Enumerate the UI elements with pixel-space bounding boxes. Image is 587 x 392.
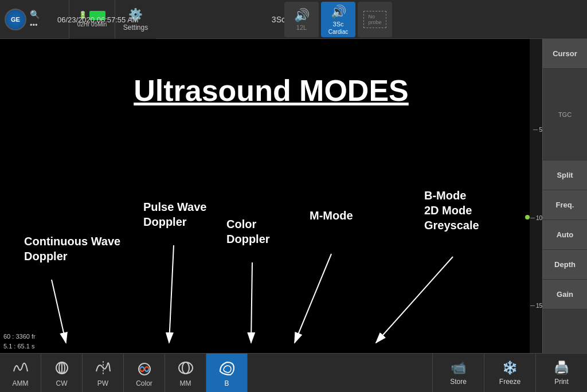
b-icon [218, 359, 236, 377]
print-label: Print [554, 378, 569, 386]
bottom-info: 60 : 3360 fr 5.1 : 65.1 s [3, 332, 36, 351]
mode-btn-b[interactable]: B [206, 354, 248, 393]
scale-indicator-dot [525, 215, 530, 219]
menu-icon[interactable]: ••• [30, 21, 40, 29]
noprobe-label: Noprobe [368, 14, 381, 25]
scale-ruler: 5 10 15 [530, 39, 542, 353]
settings-label: Settings [123, 23, 148, 32]
pw-icon [94, 359, 112, 377]
pw-label: PW [97, 379, 108, 387]
cw-icon [53, 359, 71, 377]
mode-btn-amm[interactable]: AMM [0, 354, 41, 393]
ge-logo: GE [5, 9, 26, 30]
probe-selector-area: 🔊 12L 🔊 3Sc Cardiac Noprobe [284, 0, 392, 39]
svg-line-1 [52, 280, 66, 343]
probe-3sc-sublabel: Cardiac [328, 29, 348, 35]
scale-mark-15: 15 [530, 303, 542, 309]
freeze-icon: ❄️ [502, 360, 518, 375]
svg-line-3 [251, 262, 252, 343]
cw-label: CW [56, 379, 68, 387]
scale-line-10 [530, 218, 535, 218]
print-icon: 🖨️ [554, 360, 569, 375]
b-label: B-Mode2D ModeGreyscale [424, 188, 479, 233]
mm-icon [177, 359, 195, 377]
freeze-button[interactable]: ❄️ Freeze [484, 354, 535, 393]
color-label: Color [136, 379, 152, 387]
freq-button[interactable]: Freq. [543, 190, 588, 220]
main-area: Ultrasound MODES Continuous WaveDoppler … [0, 39, 587, 353]
color-label: ColorDoppler [226, 217, 270, 246]
scale-mark-5: 5 [533, 127, 542, 133]
svg-line-2 [169, 245, 174, 343]
cw-label: Continuous WaveDoppler [24, 234, 120, 264]
bottom-right-actions: 📹 Store ❄️ Freeze 🖨️ Print [432, 354, 587, 393]
probe-btn-12l[interactable]: 🔊 12L [284, 2, 319, 37]
frame-info: 60 : 3360 fr [3, 332, 36, 342]
scale-line-15 [530, 305, 535, 306]
probe-3sc-label: 3Sc [333, 21, 344, 28]
svg-line-5 [376, 257, 453, 343]
b-label: B [224, 379, 229, 387]
ultrasound-title: Ultrasound MODES [134, 73, 409, 108]
scale-line-5 [533, 130, 538, 130]
depth-button[interactable]: Depth [543, 250, 588, 280]
time-info: 5.1 : 65.1 s [3, 342, 36, 351]
search-icon[interactable]: 🔍 [30, 10, 40, 19]
amm-icon [11, 359, 30, 377]
mode-btn-pw[interactable]: PW [83, 354, 124, 393]
scale-mark-10: 10 [530, 215, 542, 221]
svg-point-12 [182, 362, 189, 374]
imaging-area: Ultrasound MODES Continuous WaveDoppler … [0, 39, 542, 353]
noprobe-box: Noprobe [363, 11, 386, 28]
tgc-label: TGC [558, 111, 572, 118]
split-button[interactable]: Split [543, 160, 588, 190]
probe-btn-3sc[interactable]: 🔊 3Sc Cardiac [321, 2, 355, 37]
store-label: Store [450, 378, 467, 386]
gain-button[interactable]: Gain [543, 280, 588, 309]
store-icon: 📹 [451, 360, 466, 375]
scale-label-10: 10 [536, 215, 542, 221]
probe-12l-icon: 🔊 [294, 8, 310, 23]
print-button[interactable]: 🖨️ Print [535, 354, 587, 393]
datetime-display: 06/23/2020 06:57:55 AM [57, 15, 139, 23]
mode-btn-cw[interactable]: CW [41, 354, 83, 393]
svg-line-4 [295, 254, 331, 343]
probe-12l-label: 12L [296, 24, 307, 31]
color-icon [135, 359, 154, 377]
auto-button[interactable]: Auto [543, 220, 588, 250]
right-sidebar: Cursor TGC Split Freq. Auto Depth Gain [542, 39, 587, 353]
top-bar: GE 🔍 ••• 06/23/2020 06:57:55 AM 3Sc Card… [0, 0, 587, 39]
mm-label: MM [180, 379, 191, 387]
mode-btn-color[interactable]: Color [124, 354, 165, 393]
cursor-button[interactable]: Cursor [543, 39, 588, 69]
top-bar-icons: 🔍 ••• [30, 10, 40, 29]
amm-label: AMM [13, 379, 29, 387]
pw-label: Pulse WaveDoppler [143, 199, 206, 229]
freeze-label: Freeze [499, 378, 521, 386]
svg-point-11 [179, 362, 193, 374]
bottom-bar: AMM CW PW Colo [0, 353, 587, 392]
scale-label-15: 15 [536, 303, 542, 309]
probe-3sc-icon: 🔊 [331, 5, 346, 19]
mode-btn-mm[interactable]: MM [165, 354, 206, 393]
tgc-area: TGC [543, 69, 588, 160]
mm-label: M-Mode [310, 208, 353, 223]
probe-btn-noprobe[interactable]: Noprobe [358, 2, 392, 37]
store-button[interactable]: 📹 Store [432, 354, 484, 393]
